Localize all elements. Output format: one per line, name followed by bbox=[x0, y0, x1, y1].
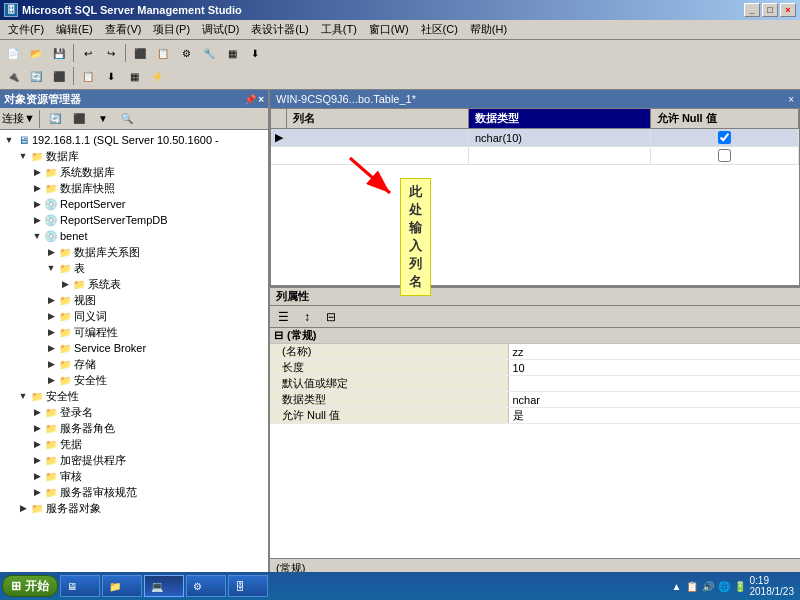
expand-servicebroker[interactable]: ▶ bbox=[44, 341, 58, 355]
expand-reporttemp[interactable]: ▶ bbox=[30, 213, 44, 227]
new-query-button[interactable]: 📄 bbox=[2, 43, 24, 63]
tree-item-security[interactable]: ▼ 📁 安全性 bbox=[2, 388, 266, 404]
expand-security-db[interactable]: ▶ bbox=[44, 373, 58, 387]
expand-serverroles[interactable]: ▶ bbox=[30, 421, 44, 435]
menu-help[interactable]: 帮助(H) bbox=[464, 20, 513, 39]
oe-pin-button[interactable]: 📌 bbox=[244, 94, 256, 105]
tb4[interactable]: 📋 bbox=[152, 43, 174, 63]
tree-item-views[interactable]: ▶ 📁 视图 bbox=[2, 292, 266, 308]
taskbar-item-5[interactable]: 🗄 bbox=[228, 575, 268, 597]
redo-button[interactable]: ↪ bbox=[100, 43, 122, 63]
tb7[interactable]: ▦ bbox=[221, 43, 243, 63]
props-length-value[interactable]: 10 bbox=[509, 360, 801, 375]
close-button[interactable]: × bbox=[780, 3, 796, 17]
row2-nullable-cell[interactable] bbox=[651, 147, 799, 164]
oe-close-button[interactable]: × bbox=[258, 94, 264, 105]
expand-logins[interactable]: ▶ bbox=[30, 405, 44, 419]
expand-synonyms[interactable]: ▶ bbox=[44, 309, 58, 323]
row1-type-cell[interactable]: nchar(10) bbox=[469, 129, 651, 146]
tb10[interactable]: ⬇ bbox=[100, 66, 122, 86]
menu-debug[interactable]: 调试(D) bbox=[196, 20, 245, 39]
expand-storage[interactable]: ▶ bbox=[44, 357, 58, 371]
menu-window[interactable]: 窗口(W) bbox=[363, 20, 415, 39]
expand-tables[interactable]: ▼ bbox=[44, 261, 58, 275]
tree-item-serverobj[interactable]: ▶ 📁 服务器对象 bbox=[2, 500, 266, 516]
refresh-button[interactable]: 🔄 bbox=[25, 66, 47, 86]
taskbar-item-4[interactable]: ⚙ bbox=[186, 575, 226, 597]
menu-file[interactable]: 文件(F) bbox=[2, 20, 50, 39]
tree-item-systables[interactable]: ▶ 📁 系统表 bbox=[2, 276, 266, 292]
expand-server[interactable]: ▼ bbox=[2, 133, 16, 147]
expand-serverobj[interactable]: ▶ bbox=[16, 501, 30, 515]
row2-nullable-checkbox[interactable] bbox=[718, 149, 731, 162]
systray-arrow-up[interactable]: ▲ bbox=[672, 581, 682, 592]
menu-community[interactable]: 社区(C) bbox=[415, 20, 464, 39]
tree-item-reportserver[interactable]: ▶ 💿 ReportServer bbox=[2, 196, 266, 212]
menu-project[interactable]: 项目(P) bbox=[147, 20, 196, 39]
expand-auditspec[interactable]: ▶ bbox=[30, 485, 44, 499]
row2-type-cell[interactable] bbox=[469, 147, 651, 164]
tb6[interactable]: 🔧 bbox=[198, 43, 220, 63]
tree-item-auditspec[interactable]: ▶ 📁 服务器审核规范 bbox=[2, 484, 266, 500]
props-view-btn[interactable]: ⊟ bbox=[320, 307, 342, 327]
tree-item-dbdiagrams[interactable]: ▶ 📁 数据库关系图 bbox=[2, 244, 266, 260]
row1-nullable-cell[interactable] bbox=[651, 129, 799, 146]
tree-item-sysdb[interactable]: ▶ 📁 系统数据库 bbox=[2, 164, 266, 180]
row1-name-cell[interactable] bbox=[287, 129, 469, 146]
tb5[interactable]: ⚙ bbox=[175, 43, 197, 63]
tb12[interactable]: ⚡ bbox=[146, 66, 168, 86]
props-datatype-value[interactable]: nchar bbox=[509, 392, 801, 407]
row1-name-input[interactable] bbox=[293, 132, 462, 144]
minimize-button[interactable]: _ bbox=[744, 3, 760, 17]
tree-item-cryptoproviders[interactable]: ▶ 📁 加密提供程序 bbox=[2, 452, 266, 468]
table-design-close[interactable]: × bbox=[788, 94, 794, 105]
tree-item-tables[interactable]: ▼ 📁 表 bbox=[2, 260, 266, 276]
props-sort-desc-btn[interactable]: ↕ bbox=[296, 307, 318, 327]
taskbar-item-2[interactable]: 📁 bbox=[102, 575, 142, 597]
expand-dbdiagrams[interactable]: ▶ bbox=[44, 245, 58, 259]
menu-view[interactable]: 查看(V) bbox=[99, 20, 148, 39]
expand-security[interactable]: ▼ bbox=[16, 389, 30, 403]
tb3[interactable]: ⬛ bbox=[129, 43, 151, 63]
save-button[interactable]: 💾 bbox=[48, 43, 70, 63]
oe-refresh-btn[interactable]: 🔄 bbox=[44, 109, 66, 129]
tree-item-server[interactable]: ▼ 🖥 192.168.1.1 (SQL Server 10.50.1600 - bbox=[2, 132, 266, 148]
table-row-1[interactable]: ▶ nchar(10) bbox=[271, 129, 799, 147]
oe-filter-btn[interactable]: ▼ bbox=[92, 109, 114, 129]
tb11[interactable]: ▦ bbox=[123, 66, 145, 86]
tree-item-databases[interactable]: ▼ 📁 数据库 bbox=[2, 148, 266, 164]
tree-item-audit[interactable]: ▶ 📁 审核 bbox=[2, 468, 266, 484]
tree-item-snapshot[interactable]: ▶ 📁 数据库快照 bbox=[2, 180, 266, 196]
expand-programmability[interactable]: ▶ bbox=[44, 325, 58, 339]
expand-audit[interactable]: ▶ bbox=[30, 469, 44, 483]
tree-item-logins[interactable]: ▶ 📁 登录名 bbox=[2, 404, 266, 420]
connect-button[interactable]: 🔌 bbox=[2, 66, 24, 86]
expand-views[interactable]: ▶ bbox=[44, 293, 58, 307]
menu-tools[interactable]: 工具(T) bbox=[315, 20, 363, 39]
oe-connect-button[interactable]: 连接▼ bbox=[2, 111, 35, 126]
tree-item-security-db[interactable]: ▶ 📁 安全性 bbox=[2, 372, 266, 388]
expand-sysdb[interactable]: ▶ bbox=[30, 165, 44, 179]
tree-item-credentials[interactable]: ▶ 📁 凭据 bbox=[2, 436, 266, 452]
expand-cryptoproviders[interactable]: ▶ bbox=[30, 453, 44, 467]
props-nullable-value[interactable]: 是 bbox=[509, 408, 801, 423]
tree-item-benet[interactable]: ▼ 💿 benet bbox=[2, 228, 266, 244]
props-default-value[interactable] bbox=[509, 376, 801, 391]
props-sort-asc-btn[interactable]: ☰ bbox=[272, 307, 294, 327]
expand-databases[interactable]: ▼ bbox=[16, 149, 30, 163]
oe-tree[interactable]: ▼ 🖥 192.168.1.1 (SQL Server 10.50.1600 -… bbox=[0, 130, 268, 572]
expand-credentials[interactable]: ▶ bbox=[30, 437, 44, 451]
tree-item-reporttemp[interactable]: ▶ 💿 ReportServerTempDB bbox=[2, 212, 266, 228]
tb9[interactable]: 📋 bbox=[77, 66, 99, 86]
tree-item-storage[interactable]: ▶ 📁 存储 bbox=[2, 356, 266, 372]
maximize-button[interactable]: □ bbox=[762, 3, 778, 17]
undo-button[interactable]: ↩ bbox=[77, 43, 99, 63]
tree-item-servicebroker[interactable]: ▶ 📁 Service Broker bbox=[2, 340, 266, 356]
open-button[interactable]: 📂 bbox=[25, 43, 47, 63]
start-button[interactable]: ⊞ 开始 bbox=[2, 575, 58, 597]
tb8[interactable]: ⬇ bbox=[244, 43, 266, 63]
expand-reportserver[interactable]: ▶ bbox=[30, 197, 44, 211]
expand-snapshot[interactable]: ▶ bbox=[30, 181, 44, 195]
taskbar-item-ssms[interactable]: 💻 bbox=[144, 575, 184, 597]
tree-item-synonyms[interactable]: ▶ 📁 同义词 bbox=[2, 308, 266, 324]
